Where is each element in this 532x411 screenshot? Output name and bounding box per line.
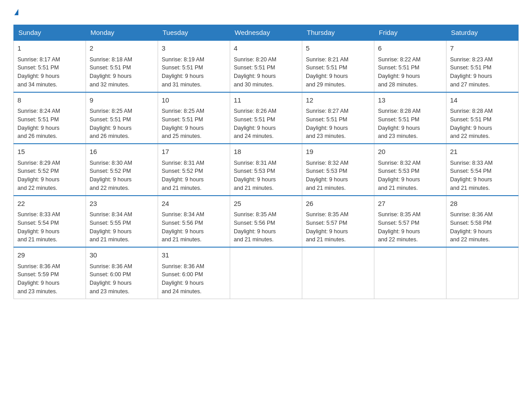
day-number: 31 xyxy=(162,250,226,261)
day-info: Sunrise: 8:27 AM Sunset: 5:51 PM Dayligh… xyxy=(306,107,370,141)
day-info: Sunrise: 8:34 AM Sunset: 5:55 PM Dayligh… xyxy=(90,210,154,244)
day-info: Sunrise: 8:29 AM Sunset: 5:52 PM Dayligh… xyxy=(17,159,82,193)
calendar-cell: 2 Sunrise: 8:18 AM Sunset: 5:51 PM Dayli… xyxy=(86,40,158,92)
day-number: 21 xyxy=(450,147,515,157)
calendar-cell: 15 Sunrise: 8:29 AM Sunset: 5:52 PM Dayl… xyxy=(14,144,86,196)
page-header xyxy=(13,9,519,16)
calendar-cell: 6 Sunrise: 8:22 AM Sunset: 5:51 PM Dayli… xyxy=(374,40,446,92)
weekday-header-tuesday: Tuesday xyxy=(158,25,230,41)
logo xyxy=(13,9,18,16)
day-number: 28 xyxy=(450,199,515,209)
day-info: Sunrise: 8:36 AM Sunset: 6:00 PM Dayligh… xyxy=(162,262,226,296)
calendar-week-2: 8 Sunrise: 8:24 AM Sunset: 5:51 PM Dayli… xyxy=(14,92,519,144)
day-info: Sunrise: 8:20 AM Sunset: 5:51 PM Dayligh… xyxy=(234,56,298,89)
calendar-cell: 27 Sunrise: 8:35 AM Sunset: 5:57 PM Dayl… xyxy=(374,196,446,248)
calendar-cell: 16 Sunrise: 8:30 AM Sunset: 5:52 PM Dayl… xyxy=(86,144,158,196)
calendar-cell: 7 Sunrise: 8:23 AM Sunset: 5:51 PM Dayli… xyxy=(446,40,519,92)
calendar-week-5: 29 Sunrise: 8:36 AM Sunset: 5:59 PM Dayl… xyxy=(14,247,519,299)
calendar-cell: 19 Sunrise: 8:32 AM Sunset: 5:53 PM Dayl… xyxy=(302,144,374,196)
day-info: Sunrise: 8:24 AM Sunset: 5:51 PM Dayligh… xyxy=(17,107,82,141)
calendar-cell: 9 Sunrise: 8:25 AM Sunset: 5:51 PM Dayli… xyxy=(86,92,158,144)
day-info: Sunrise: 8:28 AM Sunset: 5:51 PM Dayligh… xyxy=(378,107,442,141)
calendar-cell xyxy=(302,247,374,299)
day-number: 27 xyxy=(378,199,442,209)
calendar-cell: 31 Sunrise: 8:36 AM Sunset: 6:00 PM Dayl… xyxy=(158,247,230,299)
day-number: 5 xyxy=(306,43,370,54)
day-info: Sunrise: 8:19 AM Sunset: 5:51 PM Dayligh… xyxy=(162,56,226,89)
calendar-cell: 12 Sunrise: 8:27 AM Sunset: 5:51 PM Dayl… xyxy=(302,92,374,144)
weekday-header-saturday: Saturday xyxy=(446,25,519,41)
calendar-cell: 29 Sunrise: 8:36 AM Sunset: 5:59 PM Dayl… xyxy=(14,247,86,299)
day-number: 4 xyxy=(234,43,298,54)
day-number: 11 xyxy=(234,95,298,106)
day-number: 14 xyxy=(450,95,515,106)
day-info: Sunrise: 8:23 AM Sunset: 5:51 PM Dayligh… xyxy=(450,56,515,89)
day-info: Sunrise: 8:25 AM Sunset: 5:51 PM Dayligh… xyxy=(90,107,154,141)
calendar-cell: 21 Sunrise: 8:33 AM Sunset: 5:54 PM Dayl… xyxy=(446,144,519,196)
weekday-header-thursday: Thursday xyxy=(302,25,374,41)
day-number: 12 xyxy=(306,95,370,106)
calendar-cell xyxy=(230,247,302,299)
weekday-header-sunday: Sunday xyxy=(14,25,86,41)
day-info: Sunrise: 8:34 AM Sunset: 5:56 PM Dayligh… xyxy=(162,210,226,244)
calendar-cell xyxy=(374,247,446,299)
day-number: 20 xyxy=(378,147,442,157)
calendar-week-3: 15 Sunrise: 8:29 AM Sunset: 5:52 PM Dayl… xyxy=(14,144,519,196)
day-number: 18 xyxy=(234,147,298,157)
calendar-cell: 14 Sunrise: 8:28 AM Sunset: 5:51 PM Dayl… xyxy=(446,92,519,144)
day-number: 19 xyxy=(306,147,370,157)
calendar-cell: 23 Sunrise: 8:34 AM Sunset: 5:55 PM Dayl… xyxy=(86,196,158,248)
day-info: Sunrise: 8:32 AM Sunset: 5:53 PM Dayligh… xyxy=(306,159,370,193)
day-number: 17 xyxy=(162,147,226,157)
calendar-week-4: 22 Sunrise: 8:33 AM Sunset: 5:54 PM Dayl… xyxy=(14,196,519,248)
day-info: Sunrise: 8:33 AM Sunset: 5:54 PM Dayligh… xyxy=(17,210,82,244)
calendar-cell: 13 Sunrise: 8:28 AM Sunset: 5:51 PM Dayl… xyxy=(374,92,446,144)
day-number: 2 xyxy=(90,43,154,54)
calendar-cell: 3 Sunrise: 8:19 AM Sunset: 5:51 PM Dayli… xyxy=(158,40,230,92)
calendar-cell: 25 Sunrise: 8:35 AM Sunset: 5:56 PM Dayl… xyxy=(230,196,302,248)
calendar-cell: 1 Sunrise: 8:17 AM Sunset: 5:51 PM Dayli… xyxy=(14,40,86,92)
calendar-cell: 11 Sunrise: 8:26 AM Sunset: 5:51 PM Dayl… xyxy=(230,92,302,144)
day-number: 29 xyxy=(17,250,82,261)
weekday-header-friday: Friday xyxy=(374,25,446,41)
day-info: Sunrise: 8:17 AM Sunset: 5:51 PM Dayligh… xyxy=(17,56,82,89)
day-number: 26 xyxy=(306,199,370,209)
day-info: Sunrise: 8:36 AM Sunset: 5:59 PM Dayligh… xyxy=(17,262,82,296)
day-info: Sunrise: 8:26 AM Sunset: 5:51 PM Dayligh… xyxy=(234,107,298,141)
calendar-cell xyxy=(446,247,519,299)
day-number: 22 xyxy=(17,199,82,209)
calendar-cell: 10 Sunrise: 8:25 AM Sunset: 5:51 PM Dayl… xyxy=(158,92,230,144)
day-number: 13 xyxy=(378,95,442,106)
day-info: Sunrise: 8:30 AM Sunset: 5:52 PM Dayligh… xyxy=(90,159,154,193)
day-number: 15 xyxy=(17,147,82,157)
calendar-cell: 30 Sunrise: 8:36 AM Sunset: 6:00 PM Dayl… xyxy=(86,247,158,299)
day-info: Sunrise: 8:33 AM Sunset: 5:54 PM Dayligh… xyxy=(450,159,515,193)
day-number: 9 xyxy=(90,95,154,106)
day-info: Sunrise: 8:35 AM Sunset: 5:57 PM Dayligh… xyxy=(378,210,442,244)
calendar-cell: 4 Sunrise: 8:20 AM Sunset: 5:51 PM Dayli… xyxy=(230,40,302,92)
calendar-cell: 24 Sunrise: 8:34 AM Sunset: 5:56 PM Dayl… xyxy=(158,196,230,248)
calendar-header-row: SundayMondayTuesdayWednesdayThursdayFrid… xyxy=(14,25,519,41)
day-number: 16 xyxy=(90,147,154,157)
day-info: Sunrise: 8:21 AM Sunset: 5:51 PM Dayligh… xyxy=(306,56,370,89)
day-info: Sunrise: 8:31 AM Sunset: 5:53 PM Dayligh… xyxy=(234,159,298,193)
calendar-cell: 28 Sunrise: 8:36 AM Sunset: 5:58 PM Dayl… xyxy=(446,196,519,248)
weekday-header-wednesday: Wednesday xyxy=(230,25,302,41)
day-info: Sunrise: 8:18 AM Sunset: 5:51 PM Dayligh… xyxy=(90,56,154,89)
day-number: 10 xyxy=(162,95,226,106)
day-info: Sunrise: 8:35 AM Sunset: 5:56 PM Dayligh… xyxy=(234,210,298,244)
day-info: Sunrise: 8:36 AM Sunset: 5:58 PM Dayligh… xyxy=(450,210,515,244)
calendar-table: SundayMondayTuesdayWednesdayThursdayFrid… xyxy=(13,25,519,299)
day-info: Sunrise: 8:28 AM Sunset: 5:51 PM Dayligh… xyxy=(450,107,515,141)
day-number: 3 xyxy=(162,43,226,54)
day-number: 7 xyxy=(450,43,515,54)
day-number: 1 xyxy=(17,43,82,54)
calendar-cell: 17 Sunrise: 8:31 AM Sunset: 5:52 PM Dayl… xyxy=(158,144,230,196)
day-number: 30 xyxy=(90,250,154,261)
weekday-header-monday: Monday xyxy=(86,25,158,41)
calendar-week-1: 1 Sunrise: 8:17 AM Sunset: 5:51 PM Dayli… xyxy=(14,40,519,92)
day-info: Sunrise: 8:25 AM Sunset: 5:51 PM Dayligh… xyxy=(162,107,226,141)
day-number: 24 xyxy=(162,199,226,209)
day-info: Sunrise: 8:32 AM Sunset: 5:53 PM Dayligh… xyxy=(378,159,442,193)
day-info: Sunrise: 8:35 AM Sunset: 5:57 PM Dayligh… xyxy=(306,210,370,244)
